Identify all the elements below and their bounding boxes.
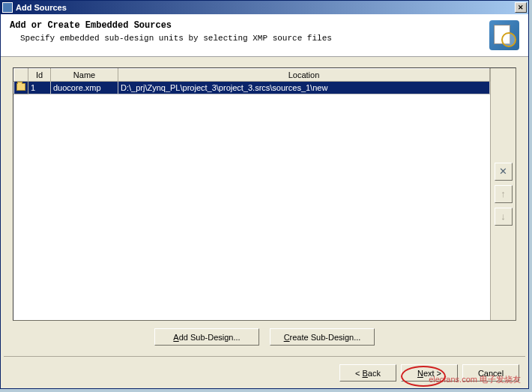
table-row[interactable]: 1 duocore.xmp D:\_prj\Zynq_PL\project_3\… (14, 82, 490, 94)
col-header-id[interactable]: Id (28, 69, 51, 82)
wizard-header: Add or Create Embedded Sources Specify e… (1, 14, 528, 57)
page-title: Add or Create Embedded Sources (10, 20, 483, 31)
cell-location[interactable]: D:\_prj\Zynq_PL\project_3\project_3.srcs… (118, 82, 490, 94)
page-description: Specify embedded sub-design units by sel… (10, 34, 483, 43)
move-up-button[interactable]: ↑ (495, 185, 513, 203)
col-header-name[interactable]: Name (51, 69, 118, 82)
move-down-button[interactable]: ↓ (495, 208, 513, 226)
row-handle[interactable] (14, 82, 28, 94)
cancel-button[interactable]: Cancel (462, 364, 519, 382)
col-header-location[interactable]: Location (118, 69, 490, 82)
subdesign-buttons: Add Sub-Design... Create Sub-Design... (13, 321, 516, 350)
cell-id[interactable]: 1 (28, 82, 51, 94)
folder-icon (16, 83, 25, 91)
wizard-nav: < Back Next > Cancel (1, 357, 528, 382)
cell-name[interactable]: duocore.xmp (51, 82, 118, 94)
sources-icon (489, 20, 519, 50)
next-button[interactable]: Next > (401, 364, 458, 382)
row-actions: ✕ ↑ ↓ (490, 68, 516, 320)
content-panel: Id Name Location 1 duocore.xmp D:\_prj\Z… (1, 57, 528, 356)
back-button[interactable]: < Back (339, 364, 396, 382)
grid-corner (14, 69, 28, 82)
add-subdesign-button[interactable]: Add Sub-Design... (154, 328, 259, 346)
create-subdesign-button[interactable]: Create Sub-Design... (270, 328, 375, 346)
window-title: Add Sources (16, 3, 515, 12)
remove-row-button[interactable]: ✕ (495, 163, 513, 181)
sources-grid[interactable]: Id Name Location 1 duocore.xmp D:\_prj\Z… (13, 68, 490, 94)
titlebar[interactable]: Add Sources ✕ (1, 1, 528, 14)
add-sources-window: Add Sources ✕ Add or Create Embedded Sou… (0, 0, 529, 389)
app-icon (2, 2, 13, 13)
sources-table-panel: Id Name Location 1 duocore.xmp D:\_prj\Z… (13, 67, 516, 321)
close-icon[interactable]: ✕ (515, 2, 527, 13)
